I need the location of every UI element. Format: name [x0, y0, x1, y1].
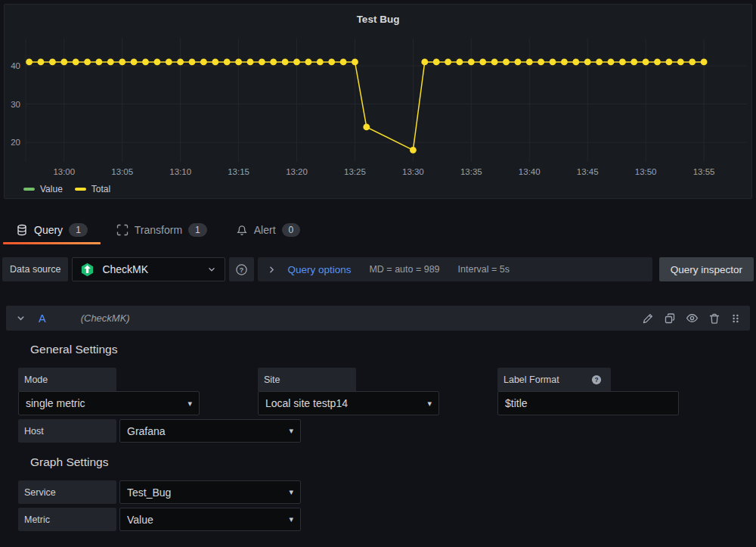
edit-icon[interactable]: [642, 312, 654, 325]
site-field: Site Local site testp14 ▾: [258, 368, 439, 415]
question-circle-filled-icon[interactable]: ?: [591, 375, 602, 385]
query-options-label: Query options: [287, 264, 351, 275]
question-circle-icon: ?: [235, 263, 248, 276]
svg-text:40: 40: [11, 61, 20, 70]
caret-down-icon: ▾: [187, 399, 192, 409]
svg-text:13:55: 13:55: [693, 167, 715, 176]
query-editor-row: A (CheckMK): [6, 306, 750, 546]
timeseries-plot: 13:0013:0513:1013:1513:2013:2513:3013:35…: [5, 5, 751, 198]
site-select[interactable]: Local site testp14 ▾: [258, 391, 439, 415]
tab-label: Query: [34, 224, 63, 236]
collapse-chevron-icon[interactable]: [15, 312, 26, 324]
panel-title: Test Bug: [5, 14, 751, 25]
datasource-help-button[interactable]: ?: [229, 257, 254, 281]
checkmk-logo-icon: [80, 263, 94, 277]
host-label: Host: [18, 419, 116, 443]
drag-handle-icon[interactable]: [730, 312, 741, 325]
caret-down-icon: ▾: [289, 487, 293, 497]
host-field: Host Grafana ▾: [18, 419, 738, 443]
legend-swatch-green: [23, 188, 35, 191]
mode-field: Mode single metric ▾: [18, 368, 200, 415]
query-actions: [642, 312, 741, 325]
svg-text:13:15: 13:15: [228, 167, 249, 176]
svg-text:13:20: 13:20: [286, 167, 308, 176]
metric-select[interactable]: Value ▾: [119, 508, 301, 531]
chevron-right-icon: [267, 265, 277, 275]
tab-badge: 0: [282, 223, 301, 237]
copy-icon[interactable]: [664, 312, 676, 325]
chevron-down-icon: [206, 264, 217, 275]
mode-label: Mode: [18, 368, 116, 391]
service-field: Service Test_Bug ▾: [18, 480, 738, 504]
legend-swatch-yellow: [75, 188, 86, 191]
eye-icon[interactable]: [686, 312, 699, 325]
chart-legend: Value Total: [23, 184, 110, 194]
svg-text:13:10: 13:10: [169, 167, 191, 176]
caret-down-icon: ▾: [289, 514, 293, 524]
bell-icon: [236, 224, 248, 236]
svg-text:20: 20: [11, 138, 20, 147]
datasource-label: Data source: [2, 257, 68, 281]
metric-label: Metric: [18, 508, 116, 531]
label-format-input[interactable]: [497, 391, 679, 415]
legend-item-value[interactable]: Value: [23, 184, 63, 194]
svg-text:13:45: 13:45: [577, 167, 599, 176]
svg-text:13:40: 13:40: [519, 167, 541, 176]
service-label: Service: [18, 480, 116, 504]
datasource-value: CheckMK: [102, 263, 199, 275]
mode-select[interactable]: single metric ▾: [18, 391, 200, 415]
tab-transform[interactable]: Transform 1: [102, 216, 222, 244]
query-inspector-button[interactable]: Query inspector: [659, 257, 754, 281]
trash-icon[interactable]: [708, 312, 720, 325]
legend-item-total[interactable]: Total: [75, 184, 110, 194]
legend-label: Total: [91, 184, 110, 194]
query-editor-body: General Settings Mode single metric ▾ Si…: [6, 331, 750, 546]
query-options-toggle[interactable]: Query options: [267, 264, 351, 275]
query-row-header[interactable]: A (CheckMK): [6, 306, 750, 331]
label-format-field: Label Format ?: [497, 368, 679, 415]
svg-text:13:30: 13:30: [402, 167, 424, 176]
caret-down-icon: ▾: [427, 399, 432, 409]
query-datasource-hint: (CheckMK): [81, 312, 130, 324]
tab-query[interactable]: Query 1: [2, 216, 102, 244]
svg-text:13:25: 13:25: [344, 167, 366, 176]
svg-text:?: ?: [240, 266, 244, 273]
query-ref-id[interactable]: A: [39, 312, 46, 325]
chart-panel: 13:0013:0513:1013:1513:2013:2513:3013:35…: [4, 4, 752, 199]
database-icon: [16, 224, 28, 236]
caret-down-icon: ▾: [289, 426, 293, 436]
tab-badge: 1: [69, 223, 88, 237]
transform-icon: [116, 224, 129, 236]
max-data-points-stat: MD = auto = 989: [369, 264, 439, 275]
site-label: Site: [258, 368, 356, 391]
svg-text:?: ?: [594, 375, 598, 383]
svg-text:13:05: 13:05: [111, 167, 133, 176]
svg-text:30: 30: [11, 100, 20, 109]
svg-text:13:35: 13:35: [460, 167, 482, 176]
datasource-picker[interactable]: CheckMK: [72, 257, 225, 281]
tab-label: Alert: [254, 224, 276, 236]
legend-label: Value: [40, 184, 63, 194]
interval-stat: Interval = 5s: [458, 264, 510, 275]
tab-label: Transform: [135, 224, 182, 236]
tab-alert[interactable]: Alert 0: [222, 216, 314, 244]
label-format-label: Label Format ?: [497, 368, 611, 391]
general-settings-heading: General Settings: [30, 343, 738, 356]
datasource-row: Data source CheckMK ? Query options MD =…: [2, 257, 754, 281]
query-options-bar: Query options MD = auto = 989 Interval =…: [258, 257, 652, 281]
svg-text:13:00: 13:00: [53, 167, 75, 176]
host-select[interactable]: Grafana ▾: [119, 419, 301, 443]
editor-tab-bar: Query 1 Transform 1 Alert 0: [2, 216, 756, 244]
tab-badge: 1: [188, 223, 207, 237]
general-settings-row: Mode single metric ▾ Site Local site tes…: [18, 368, 738, 415]
graph-settings-heading: Graph Settings: [30, 455, 738, 469]
service-select[interactable]: Test_Bug ▾: [119, 480, 301, 504]
metric-field: Metric Value ▾: [18, 508, 738, 531]
svg-text:13:50: 13:50: [635, 167, 657, 176]
